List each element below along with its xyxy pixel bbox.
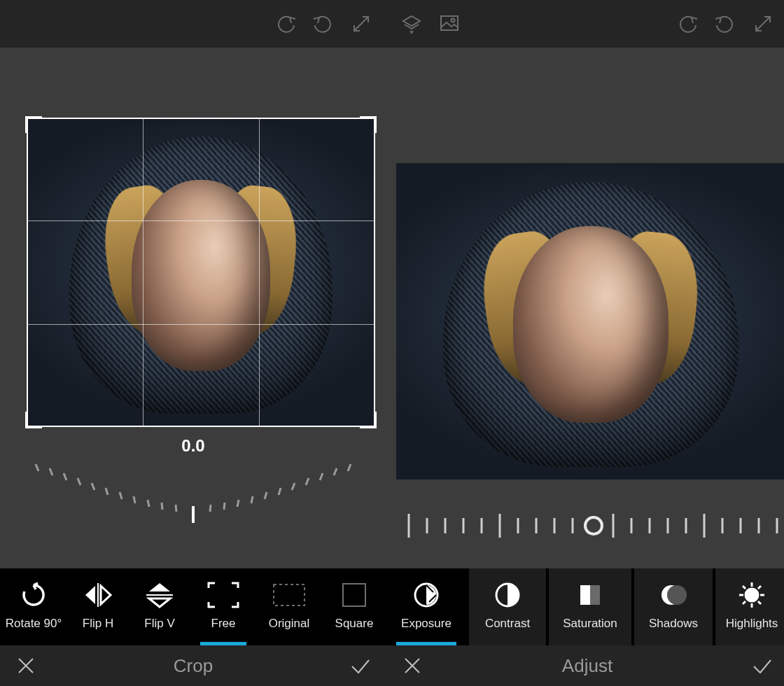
rotate-90-button[interactable]: Rotate 90°	[0, 568, 67, 645]
apply-button[interactable]	[736, 652, 784, 680]
exposure-button[interactable]: Exposure	[386, 568, 466, 645]
svg-rect-56	[590, 585, 600, 605]
slider-thumb[interactable]	[585, 517, 602, 534]
svg-line-3	[78, 478, 80, 485]
svg-line-4	[92, 483, 94, 490]
svg-point-59	[746, 589, 758, 601]
contrast-icon	[493, 580, 522, 610]
tool-label: Shadows	[649, 617, 698, 631]
flip-h-icon	[83, 580, 113, 610]
portrait-image	[396, 163, 784, 479]
svg-line-18	[292, 483, 295, 490]
apply-button[interactable]	[335, 652, 386, 680]
layers-icon[interactable]	[399, 11, 424, 36]
contrast-button[interactable]: Contrast	[469, 568, 546, 645]
svg-line-67	[743, 601, 746, 604]
shadows-button[interactable]: Shadows	[634, 568, 713, 645]
svg-line-17	[279, 488, 281, 495]
svg-rect-26	[343, 584, 365, 606]
tool-label: Square	[335, 617, 374, 631]
photo	[396, 163, 784, 479]
crop-handle-tl[interactable]	[25, 116, 42, 133]
svg-line-64	[743, 586, 746, 589]
svg-line-0	[36, 464, 38, 471]
mode-bar-right: Adjust	[386, 645, 784, 686]
svg-line-15	[251, 496, 253, 503]
tool-label: Highlights	[726, 617, 778, 631]
svg-line-14	[237, 500, 239, 507]
svg-rect-25	[274, 584, 304, 606]
adjust-slider[interactable]	[399, 508, 784, 550]
exposure-icon	[412, 580, 440, 610]
crop-handle-tr[interactable]	[360, 116, 377, 133]
svg-line-1	[50, 468, 52, 475]
svg-line-19	[306, 478, 309, 485]
top-toolbar-right	[386, 0, 784, 48]
square-aspect-icon	[340, 580, 368, 610]
svg-line-9	[162, 503, 162, 510]
svg-rect-55	[580, 585, 590, 605]
flip-v-icon	[146, 580, 173, 610]
aspect-square-button[interactable]: Square	[322, 568, 386, 645]
flip-v-button[interactable]: Flip V	[129, 568, 190, 645]
mode-bar-left: Crop	[0, 645, 386, 686]
aspect-original-button[interactable]: Original	[256, 568, 322, 645]
svg-line-2	[64, 473, 66, 480]
adjust-screen: Exposure Contrast Saturation Shadows Hig…	[386, 0, 784, 686]
svg-line-65	[758, 601, 761, 604]
flip-h-button[interactable]: Flip H	[67, 568, 129, 645]
aspect-free-button[interactable]: Free	[190, 568, 256, 645]
original-aspect-icon	[272, 580, 307, 610]
rotate-icon	[20, 580, 48, 610]
redo-icon[interactable]	[713, 11, 738, 36]
mode-title: Adjust	[438, 655, 736, 677]
tool-label: Flip V	[144, 617, 174, 631]
tool-label: Flip H	[83, 617, 113, 631]
highlights-icon	[738, 580, 766, 610]
adjust-toolbar: Exposure Contrast Saturation Shadows Hig…	[386, 568, 784, 645]
image-icon[interactable]	[437, 11, 462, 36]
crop-canvas[interactable]: 0.0	[0, 48, 386, 568]
free-aspect-icon	[206, 580, 240, 610]
redo-icon[interactable]	[311, 11, 336, 36]
tool-label: Exposure	[401, 617, 451, 631]
crop-handle-br[interactable]	[360, 412, 377, 428]
undo-icon[interactable]	[675, 11, 700, 36]
svg-line-20	[320, 473, 323, 480]
crop-frame[interactable]	[27, 118, 375, 427]
highlights-button[interactable]: Highlights	[715, 568, 784, 645]
undo-icon[interactable]	[273, 11, 298, 36]
shadows-icon	[659, 580, 687, 610]
tool-label: Original	[269, 617, 310, 631]
fullscreen-icon[interactable]	[750, 11, 776, 36]
tool-label: Contrast	[485, 617, 530, 631]
svg-line-66	[758, 586, 761, 589]
svg-rect-27	[441, 16, 458, 30]
svg-line-22	[348, 464, 351, 471]
svg-line-16	[265, 492, 267, 499]
adjust-canvas[interactable]	[386, 48, 784, 568]
cancel-button[interactable]	[386, 652, 438, 680]
svg-line-13	[224, 503, 225, 510]
tool-label: Free	[211, 617, 236, 631]
saturation-button[interactable]: Saturation	[549, 568, 631, 645]
fullscreen-icon[interactable]	[349, 11, 374, 36]
svg-line-7	[134, 496, 135, 503]
crop-border	[27, 118, 375, 427]
crop-toolbar: Rotate 90° Flip H Flip V Free Original S…	[0, 568, 386, 645]
svg-point-28	[451, 19, 455, 22]
tool-label: Rotate 90°	[6, 617, 62, 631]
cancel-button[interactable]	[0, 652, 52, 680]
svg-line-12	[210, 505, 211, 512]
svg-line-5	[106, 488, 108, 495]
crop-handle-bl[interactable]	[25, 412, 42, 428]
svg-line-21	[334, 468, 337, 475]
svg-line-6	[120, 492, 122, 499]
crop-screen: 0.0	[0, 0, 386, 686]
saturation-icon	[578, 580, 603, 610]
straighten-value: 0.0	[181, 436, 204, 456]
svg-point-58	[667, 585, 687, 605]
svg-line-10	[176, 505, 176, 512]
straighten-dial[interactable]: 0.0	[0, 436, 386, 528]
tool-label: Saturation	[563, 617, 617, 631]
